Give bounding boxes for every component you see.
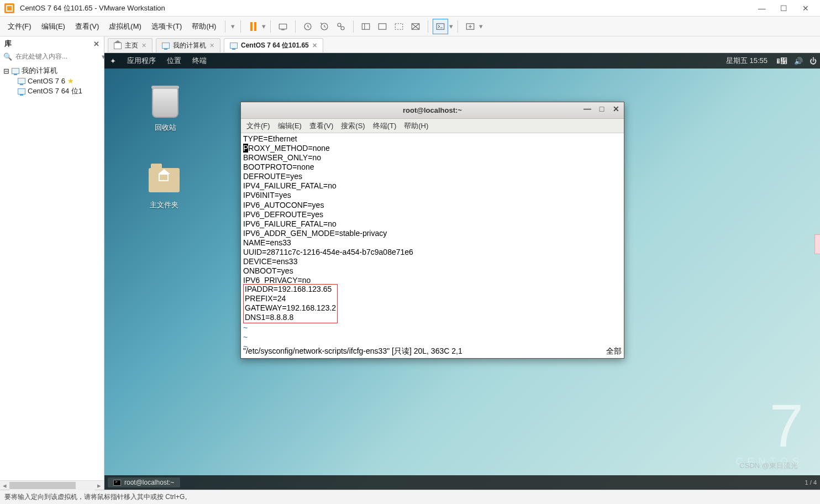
close-button[interactable]: ✕ — [796, 4, 816, 13]
svg-rect-9 — [437, 23, 445, 29]
library-tree: ⊟ 我的计算机 CentOS 7 6 ★ CentOS 7 64 位1 — [0, 64, 104, 98]
sidebar-close-icon[interactable]: ✕ — [93, 40, 99, 48]
menu-tabs[interactable]: 选项卡(T) — [147, 19, 187, 34]
gnome-places[interactable]: 位置 — [161, 56, 187, 66]
svg-rect-0 — [280, 24, 287, 29]
tab-close-icon[interactable]: ✕ — [141, 42, 146, 49]
workspace-pager[interactable]: 1 / 4 — [805, 479, 817, 486]
tree-root[interactable]: ⊟ 我的计算机 — [2, 65, 102, 76]
stretch-icon[interactable] — [462, 19, 478, 34]
desktop-home[interactable]: 主文件夹 — [148, 164, 181, 210]
search-icon: 🔍 — [3, 53, 12, 61]
tab-close-icon[interactable]: ✕ — [209, 42, 214, 49]
taskbar-item-terminal[interactable]: root@localhost:~ — [108, 477, 180, 487]
computer-icon — [162, 43, 170, 49]
dropdown-chevron-icon[interactable]: ▾ — [230, 22, 236, 30]
window-title: CentOS 7 64 位101.65 - VMware Workstation — [20, 3, 752, 13]
centos-brand: 7 CENTOS — [735, 395, 803, 468]
search-input[interactable] — [14, 52, 99, 61]
tab-active-vm[interactable]: CentOS 7 64 位101.65 ✕ — [224, 38, 323, 53]
gnome-apps[interactable]: 应用程序 — [122, 56, 161, 66]
vim-statusline: "/etc/sysconfig/network-scripts/ifcfg-en… — [243, 347, 622, 356]
term-menu-term[interactable]: 终端(T) — [373, 121, 397, 131]
maximize-button[interactable]: ☐ — [774, 4, 793, 13]
host-statusbar: 要将输入定向到该虚拟机，请将鼠标指针移入其中或按 Ctrl+G。 — [0, 490, 820, 504]
window-controls: — ☐ ✕ — [752, 4, 816, 13]
volume-icon[interactable]: 🔊 — [791, 57, 806, 65]
view-single-icon[interactable] — [375, 19, 390, 34]
tree-item[interactable]: CentOS 7 6 ★ — [2, 76, 102, 86]
watermark: CSDN @東日流光 — [739, 461, 798, 471]
home-icon — [114, 43, 122, 49]
pause-button[interactable] — [245, 19, 261, 34]
terminal-icon — [113, 480, 121, 486]
terminal-body[interactable]: TYPE=EthernetPROXY_METHOD=noneBROWSER_ON… — [241, 133, 624, 358]
menu-edit[interactable]: 编辑(E) — [37, 19, 70, 34]
tree-item-label: CentOS 7 64 位1 — [28, 86, 82, 96]
menu-view[interactable]: 查看(V) — [71, 19, 103, 34]
send-keys-icon[interactable] — [275, 19, 291, 34]
terminal-close-icon[interactable]: ✕ — [612, 104, 621, 113]
side-handle[interactable] — [814, 234, 820, 254]
terminal-titlebar[interactable]: root@localhost:~ — □ ✕ — [241, 102, 624, 119]
gnome-terminal[interactable]: 终端 — [187, 56, 212, 66]
desktop-trash-label: 回收站 — [149, 123, 182, 133]
svg-point-4 — [341, 27, 344, 30]
vim-status-right: 全部 — [606, 347, 622, 356]
statusbar-text: 要将输入定向到该虚拟机，请将鼠标指针移入其中或按 Ctrl+G。 — [4, 492, 191, 502]
svg-rect-5 — [362, 23, 370, 29]
content-area: 主页 ✕ 我的计算机 ✕ CentOS 7 64 位101.65 ✕ ✦ 应用程… — [104, 36, 820, 490]
dropdown-chevron-icon[interactable]: ▾ — [449, 22, 453, 30]
terminal-maximize-icon[interactable]: □ — [597, 104, 606, 113]
vm-icon — [18, 88, 25, 95]
power-icon[interactable]: ⏻ — [806, 57, 820, 65]
tree-item[interactable]: CentOS 7 64 位1 — [2, 86, 102, 97]
menu-help[interactable]: 帮助(H) — [187, 19, 220, 34]
terminal-menubar: 文件(F) 编辑(E) 查看(V) 搜索(S) 终端(T) 帮助(H) — [241, 119, 624, 133]
snapshot-icon[interactable] — [300, 19, 316, 34]
svg-rect-6 — [379, 23, 387, 29]
terminal-minimize-icon[interactable]: — — [583, 104, 592, 113]
taskbar-item-label: root@localhost:~ — [124, 479, 175, 486]
console-view-icon[interactable] — [433, 19, 448, 34]
dropdown-chevron-icon[interactable]: ▾ — [479, 22, 483, 30]
gnome-clock[interactable]: 星期五 15:55 — [721, 56, 773, 66]
desktop-home-label: 主文件夹 — [148, 200, 181, 210]
sidebar-scrollbar[interactable]: ◂▸ — [0, 480, 104, 490]
terminal-window[interactable]: root@localhost:~ — □ ✕ 文件(F) 编辑(E) 查看(V)… — [240, 102, 624, 359]
view-unity-icon[interactable] — [408, 19, 423, 34]
minimize-button[interactable]: — — [752, 4, 772, 13]
folder-icon — [149, 168, 180, 192]
term-menu-edit[interactable]: 编辑(E) — [278, 121, 302, 131]
star-icon: ★ — [67, 77, 74, 85]
term-menu-file[interactable]: 文件(F) — [246, 121, 270, 131]
snapshot-manager-icon[interactable] — [333, 19, 349, 34]
view-fullscreen-icon[interactable] — [391, 19, 407, 34]
menu-vm[interactable]: 虚拟机(M) — [104, 19, 146, 34]
gnome-activities-icon[interactable]: ✦ — [104, 57, 122, 65]
tree-root-label: 我的计算机 — [22, 66, 57, 76]
computer-icon — [12, 68, 19, 74]
tab-home[interactable]: 主页 ✕ — [108, 38, 153, 53]
network-icon[interactable]: �኱ — [773, 57, 791, 65]
snapshot-revert-icon[interactable] — [317, 19, 332, 34]
host-menubar: 文件(F) 编辑(E) 查看(V) 虚拟机(M) 选项卡(T) 帮助(H) ▾ … — [0, 17, 820, 36]
tab-label: CentOS 7 64 位101.65 — [241, 41, 309, 50]
highlighted-ip-config: IPADDR=192.168.123.65PREFIX=24GATEWAY=19… — [243, 284, 338, 323]
desktop-trash[interactable]: 回收站 — [149, 86, 182, 133]
tab-close-icon[interactable]: ✕ — [312, 42, 317, 49]
tab-label: 主页 — [125, 41, 138, 50]
term-menu-search[interactable]: 搜索(S) — [341, 121, 365, 131]
term-menu-help[interactable]: 帮助(H) — [404, 121, 428, 131]
guest-desktop[interactable]: ✦ 应用程序 位置 终端 星期五 15:55 �኱ 🔊 ⏻ 回收站 主文件夹 7 — [104, 53, 820, 490]
tab-mycomputer[interactable]: 我的计算机 ✕ — [156, 38, 220, 53]
dropdown-chevron-icon[interactable]: ▾ — [262, 22, 266, 30]
menu-file[interactable]: 文件(F) — [3, 19, 36, 34]
tabs-row: 主页 ✕ 我的计算机 ✕ CentOS 7 64 位101.65 ✕ — [104, 36, 820, 53]
svg-point-3 — [338, 23, 341, 27]
term-menu-view[interactable]: 查看(V) — [309, 121, 333, 131]
view-sidebar-icon[interactable] — [358, 19, 374, 34]
vmware-logo-icon — [4, 3, 14, 13]
terminal-title: root@localhost:~ — [403, 106, 462, 114]
vm-icon — [230, 43, 238, 49]
